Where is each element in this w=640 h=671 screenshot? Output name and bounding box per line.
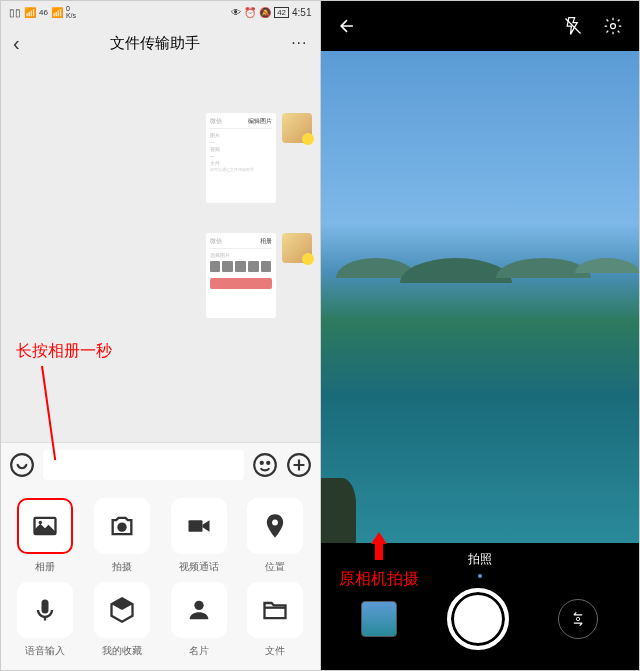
location-button[interactable]: 位置 [239,498,312,574]
video-label: 视频通话 [179,560,219,574]
svg-point-12 [611,24,616,29]
video-icon [171,498,227,554]
alarm-icon: ⏰ [244,7,256,18]
annotation-text: 原相机拍摄 [339,569,419,590]
svg-point-3 [267,461,269,463]
attachment-panel: 相册 拍摄 视频通话 位置 [1,486,320,670]
chat-messages[interactable]: 微信编辑图片 图片 — 视频 — 文件 你可以通过文件传输助手 微信相册 选择图… [1,63,320,442]
camera-button[interactable]: 拍摄 [86,498,159,574]
svg-point-0 [11,454,33,476]
battery-icon: 42 [274,7,289,18]
file-label: 文件 [265,644,285,658]
send-button [210,278,272,289]
network-label: 46 [39,8,48,17]
back-icon[interactable]: ‹ [13,32,20,55]
avatar[interactable] [282,233,312,263]
voice-input-label: 语音输入 [25,644,65,658]
signal-icon: 📶 [24,7,36,18]
sim-icon: ▯▯ [9,7,21,18]
namecard-button[interactable]: 名片 [162,582,235,658]
camera-screen: 拍照 原相机拍摄 [321,1,640,670]
foreground-foliage [321,478,356,543]
chat-header: ‹ 文件传输助手 ··· [1,23,320,63]
eye-icon: 👁 [231,7,241,18]
emoji-icon[interactable] [252,452,278,478]
speed-label: 0K/s [66,5,76,19]
mic-icon [17,582,73,638]
svg-point-6 [39,521,43,525]
svg-rect-10 [42,600,49,614]
annotation-arrow [371,532,387,560]
back-icon[interactable] [337,16,357,36]
message-input[interactable] [43,450,244,480]
status-bar: ▯▯ 📶 46 📶 0K/s 👁 ⏰ 🔕 42 4:51 [1,1,320,23]
more-icon[interactable]: ··· [291,34,307,52]
settings-icon[interactable] [603,16,623,36]
folder-icon [247,582,303,638]
person-icon [171,582,227,638]
svg-point-7 [117,523,126,532]
camera-topbar [321,1,640,51]
plus-icon[interactable] [286,452,312,478]
avatar[interactable] [282,113,312,143]
album-icon [17,498,73,554]
photo-mode[interactable]: 拍照 [468,551,492,568]
time-label: 4:51 [292,7,311,18]
video-call-button[interactable]: 视频通话 [162,498,235,574]
favorites-button[interactable]: 我的收藏 [86,582,159,658]
message-2[interactable]: 微信相册 选择图片 [206,233,312,318]
album-button[interactable]: 相册 [9,498,82,574]
camera-icon [94,498,150,554]
favorites-label: 我的收藏 [102,644,142,658]
camera-controls: 拍照 [321,543,640,670]
svg-point-9 [272,520,278,526]
namecard-label: 名片 [189,644,209,658]
svg-rect-8 [188,520,202,532]
file-button[interactable]: 文件 [239,582,312,658]
album-label: 相册 [35,560,55,574]
mute-icon: 🔕 [259,7,271,18]
gallery-thumbnail[interactable] [361,601,397,637]
location-icon [247,498,303,554]
mode-indicator [478,574,482,578]
input-bar [1,442,320,486]
annotation-text: 长按相册一秒 [16,341,112,362]
message-bubble: 微信相册 选择图片 [206,233,276,318]
voice-input-button[interactable]: 语音输入 [9,582,82,658]
svg-point-11 [194,601,203,610]
location-label: 位置 [265,560,285,574]
shutter-button[interactable] [447,588,509,650]
voice-icon[interactable] [9,452,35,478]
signal-icon-2: 📶 [51,7,63,18]
chat-title: 文件传输助手 [110,34,200,53]
svg-point-2 [260,461,262,463]
flash-off-icon[interactable] [563,16,583,36]
camera-modes[interactable]: 拍照 [321,551,640,568]
camera-label: 拍摄 [112,560,132,574]
cube-icon [94,582,150,638]
svg-point-1 [254,454,276,476]
camera-viewfinder[interactable] [321,51,640,543]
message-1[interactable]: 微信编辑图片 图片 — 视频 — 文件 你可以通过文件传输助手 [206,113,312,203]
message-bubble: 微信编辑图片 图片 — 视频 — 文件 你可以通过文件传输助手 [206,113,276,203]
switch-camera-button[interactable] [558,599,598,639]
svg-point-13 [577,617,580,620]
wechat-screen: ▯▯ 📶 46 📶 0K/s 👁 ⏰ 🔕 42 4:51 ‹ 文件传输助手 ··… [1,1,321,670]
